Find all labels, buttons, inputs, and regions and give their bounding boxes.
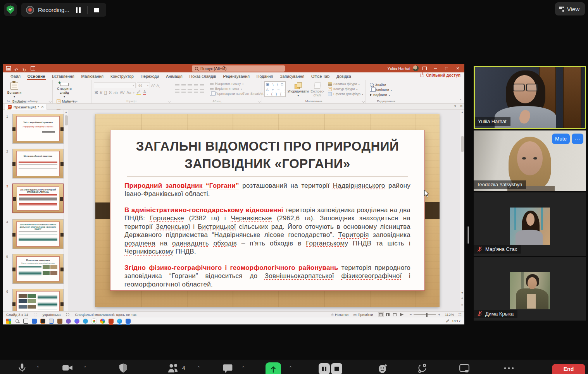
reading-view-icon[interactable] [392,312,398,317]
tab-recording[interactable]: Записування [276,72,308,80]
slide-thumbnail-2[interactable]: Мета виробничої практики [12,149,64,178]
scroll-thumb[interactable] [461,136,464,152]
customize-qat-icon[interactable] [31,66,35,70]
zoom-level[interactable]: 112% [445,312,454,317]
taskbar-meet-icon[interactable] [126,319,131,324]
normal-view-icon[interactable] [378,312,384,317]
taskbar-chrome-icon[interactable] [91,319,97,324]
security-button[interactable] [119,363,128,373]
accessibility-status[interactable]: Спеціальні можливості: щось не так [75,312,136,317]
restore-button[interactable] [441,64,452,72]
video-tile-teodoziia-yatsyshyn[interactable]: Mute ··· Teodoziia Yatsyshyn [474,130,586,191]
scroll-up-icon[interactable]: ▲ [460,111,464,113]
indent-decrease-icon[interactable] [188,83,192,86]
slide-thumbnail-3-selected[interactable]: ЗАГАЛЬНІ ВІДОМОСТІ ПРО ПРИРОДНИЙ ЗАПОВІД… [12,184,64,213]
taskbar-app-mail-icon[interactable] [49,319,54,324]
taskbar-app-folder-icon[interactable] [40,319,45,324]
numbering-icon[interactable] [181,83,186,86]
start-button-icon[interactable] [6,319,11,324]
find-button[interactable]: Знайти [370,83,392,87]
taskbar-app-home-icon[interactable] [57,319,62,324]
taskbar-clock[interactable]: 🖉18:17 [446,319,460,323]
new-slide-button[interactable]: Створити слайд▾ [55,81,74,98]
slide-thumbnail-6[interactable] [12,289,64,311]
view-button[interactable]: View [555,2,585,15]
more-options-button[interactable]: ··· [572,134,583,144]
search-box[interactable]: Пошук (Alt+Й) [192,65,285,72]
tab-view[interactable]: Подання [253,72,276,80]
shrink-font-icon[interactable]: А˯ [157,83,160,87]
align-right-icon[interactable] [188,89,192,93]
slide-text-box[interactable]: ЗАГАЛЬНІ ВІДОМОСТІ ПРО ПРИРОДНИЙ ЗАПОВІД… [110,130,425,291]
grow-font-icon[interactable]: А^ [151,83,155,87]
redo-icon[interactable] [22,66,27,70]
font-color-button[interactable]: А [143,90,147,95]
taskbar-search-icon[interactable] [15,319,20,324]
font-name-combo[interactable]: ▾ [94,82,136,88]
fit-slide-icon[interactable]: ⛶ [459,312,461,317]
mute-button[interactable]: Mute [552,134,570,144]
pause-record-button[interactable] [319,363,330,374]
slide-canvas[interactable]: ЗАГАЛЬНІ ВІДОМОСТІ ПРО ПРИРОДНИЙ ЗАПОВІД… [95,114,440,307]
tab-review[interactable]: Рецензування [219,72,253,80]
smartart-button[interactable]: Перетворити на об'єкт SmartArt ▾ [210,92,266,96]
tab-animations[interactable]: Анімація [162,72,186,80]
stop-recording-button[interactable] [91,5,102,15]
tab-options-icon[interactable]: ▾ [454,104,456,108]
slide-thumbnail-1[interactable]: Звіт з виробничої практики У природному … [12,114,64,144]
video-tile-yuliia-harhat-active[interactable]: Yuliia Harhat [474,66,586,129]
panel-scrollbar[interactable]: ▲ [64,110,68,311]
panel-scroll-thumb[interactable] [65,115,68,125]
chat-button[interactable] [222,363,233,373]
minimize-button[interactable] [429,64,441,72]
tab-officetab[interactable]: Office Tab [308,72,333,80]
tab-insert[interactable]: Вставлення [48,72,78,80]
taskbar-telegram-icon[interactable] [83,319,88,324]
close-button[interactable]: × [452,64,464,72]
select-button[interactable]: Виділити ▾ [370,93,392,97]
account-area[interactable]: Yuliia Harhat [387,64,419,72]
security-shield-button[interactable] [4,3,17,16]
slide-thumbnail-4[interactable]: ОЗНАЙОМЛЕННЯ ІЗ ОСНОВНОЮ СФЕРОЮ ДІЯЛЬНОС… [12,219,64,249]
shape-fill-button[interactable]: Заливка фігури ▾ [328,82,363,86]
pause-recording-button[interactable] [73,5,83,15]
mic-options-chevron[interactable]: ⌃ [36,365,40,371]
more-button[interactable] [502,363,516,373]
font-size-combo[interactable]: 66▾ [137,82,150,88]
taskbar-app-photos-icon[interactable] [32,319,37,324]
save-icon[interactable] [6,66,11,70]
italic-button[interactable]: К [100,91,102,95]
spellcheck-icon[interactable] [34,313,37,316]
arrange-button[interactable]: Упорядкувати▾ [288,81,308,97]
tab-draw[interactable]: Малювання [78,72,107,80]
taskbar-messenger-icon[interactable] [74,319,79,324]
kerning-button[interactable]: AV [120,91,125,95]
align-left-icon[interactable] [175,89,179,93]
strike-button[interactable]: S [109,91,112,95]
ribbon-display-button[interactable] [419,64,430,72]
tab-slideshow[interactable]: Показ слайдів [186,72,220,80]
tab-help[interactable]: Довідка [333,72,355,80]
next-slide-icon[interactable]: ≝ [460,304,464,307]
line-spacing-icon[interactable] [200,83,204,86]
tab-home[interactable]: Основне [24,72,48,80]
shape-outline-button[interactable]: Контур фігури ▾ [328,87,363,91]
shadow-button[interactable]: ab [114,91,118,95]
video-tile-mariana-stakh[interactable]: Мар’яна Стах [474,192,586,256]
close-document-icon[interactable]: ✕ [41,105,44,109]
stop-record-button[interactable] [331,363,342,374]
microphone-button[interactable] [17,363,27,373]
main-scrollbar[interactable]: ▲ ▼ ≜ ≝ [460,110,464,311]
taskbar-google-icon[interactable] [100,319,105,324]
reactions-button[interactable] [378,363,388,374]
scroll-down-icon[interactable]: ▼ [460,292,464,294]
taskbar-edge-icon[interactable] [117,319,122,324]
paste-button[interactable]: Вставити▾ [5,81,23,98]
tab-transitions[interactable]: Переходи [137,72,163,80]
collapse-ribbon-icon[interactable]: ⌃ [459,99,462,103]
tab-close-icon[interactable]: ✕ [460,104,463,108]
tab-file[interactable]: Файл [7,72,24,80]
panel-drag-handle[interactable] [467,226,470,244]
share-screen-button[interactable] [266,362,281,374]
replace-button[interactable]: Замінити ▾ [370,88,392,92]
